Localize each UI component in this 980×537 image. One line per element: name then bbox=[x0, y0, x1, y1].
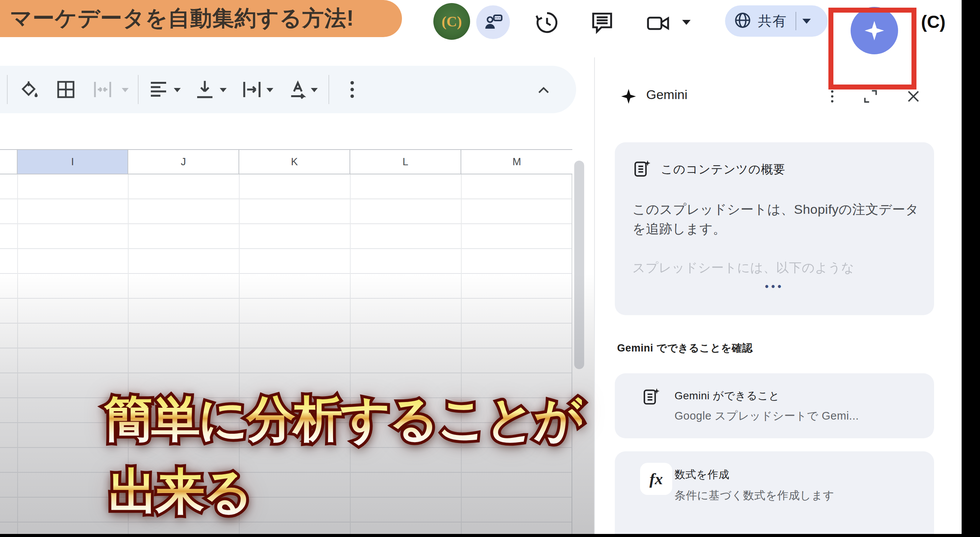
toolbar-divider bbox=[7, 75, 8, 104]
text-wrap-icon[interactable] bbox=[240, 78, 263, 103]
summary-card-title: このコンテンツの概要 bbox=[661, 161, 786, 177]
text-wrap-caret[interactable] bbox=[266, 88, 273, 92]
comments-icon[interactable] bbox=[590, 10, 615, 37]
collapse-toolbar-icon[interactable] bbox=[534, 81, 553, 101]
video-caption-banner: マーケデータを自動集約する方法! bbox=[0, 0, 402, 37]
toolbar-divider bbox=[138, 75, 139, 104]
grid-edge bbox=[572, 149, 572, 537]
panel-title: Gemini bbox=[646, 87, 688, 102]
vertical-align-icon[interactable] bbox=[193, 78, 216, 103]
suggestion-subtitle: Google スプレッドシートで Gemi... bbox=[675, 408, 859, 424]
share-button-label: 共有 bbox=[758, 12, 787, 31]
column-header-row: I J K L M bbox=[0, 149, 572, 174]
channel-watermark: (C) bbox=[914, 11, 952, 32]
meet-camera-icon[interactable] bbox=[645, 11, 672, 37]
suggestion-subtitle: 条件に基づく数式を作成します bbox=[675, 488, 835, 503]
app-window: I J K L M bbox=[0, 0, 980, 537]
formula-fx-icon: fx bbox=[640, 463, 672, 495]
share-button[interactable]: 共有 bbox=[725, 5, 828, 37]
suggestions-section-label: Gemini でできることを確認 bbox=[617, 341, 753, 355]
column-header-J[interactable]: J bbox=[128, 150, 239, 174]
summary-text: このスプレッドシートは、Shopifyの注文データを追跡します。 bbox=[632, 200, 920, 239]
panel-close-icon[interactable] bbox=[905, 88, 922, 106]
vertical-align-caret[interactable] bbox=[220, 88, 227, 92]
collaborator-chat-icon[interactable] bbox=[476, 5, 510, 39]
horizontal-align-caret[interactable] bbox=[174, 88, 181, 92]
overlay-caption-line1: 簡単に分析することが bbox=[104, 392, 582, 446]
panel-divider bbox=[594, 57, 595, 537]
overlay-caption-line2: 出来る bbox=[109, 464, 251, 518]
fill-color-icon[interactable] bbox=[18, 78, 41, 103]
globe-icon bbox=[733, 11, 752, 31]
summary-streaming-text: スプレッドシートには、以下のような bbox=[632, 259, 920, 277]
share-caret[interactable] bbox=[802, 19, 811, 24]
toolbar bbox=[0, 66, 576, 113]
version-history-icon[interactable] bbox=[534, 10, 560, 37]
merge-cells-icon[interactable] bbox=[91, 78, 114, 103]
highlight-rectangle bbox=[828, 8, 916, 90]
screen-edge-bar bbox=[0, 534, 980, 537]
text-rotation-caret[interactable] bbox=[311, 88, 318, 92]
suggestion-card-create-formula[interactable]: fx 数式を作成 条件に基づく数式を作成します bbox=[615, 451, 934, 537]
summary-more-dots[interactable]: ••• bbox=[615, 281, 934, 293]
horizontal-align-icon[interactable] bbox=[147, 78, 170, 103]
summary-card-header: このコンテンツの概要 bbox=[632, 159, 786, 180]
meet-camera-caret[interactable] bbox=[682, 20, 691, 25]
grid-line bbox=[17, 174, 18, 537]
text-rotation-icon[interactable] bbox=[286, 78, 309, 103]
column-header-partial[interactable] bbox=[0, 150, 18, 174]
more-toolbar-icon[interactable] bbox=[341, 78, 364, 103]
toolbar-divider bbox=[328, 75, 329, 104]
summarize-doc-icon bbox=[642, 387, 661, 408]
column-header-M[interactable]: M bbox=[461, 150, 572, 174]
merge-cells-caret[interactable] bbox=[122, 88, 129, 92]
grid-line bbox=[461, 174, 462, 537]
column-header-K[interactable]: K bbox=[239, 150, 350, 174]
panel-expand-icon[interactable] bbox=[862, 88, 879, 106]
account-avatar[interactable]: (C) bbox=[433, 3, 470, 40]
grid-line bbox=[350, 174, 351, 537]
gemini-sparkle-icon bbox=[620, 88, 637, 106]
panel-more-icon[interactable] bbox=[824, 88, 841, 106]
screen-edge-bar bbox=[962, 0, 980, 537]
sheet-grid[interactable] bbox=[0, 174, 572, 537]
suggestion-card-about-gemini[interactable]: Gemini ができること Google スプレッドシートで Gemi... bbox=[615, 373, 934, 438]
vertical-scrollbar[interactable] bbox=[574, 161, 584, 369]
share-divider bbox=[795, 12, 796, 30]
summarize-doc-icon bbox=[632, 159, 652, 180]
column-header-I[interactable]: I bbox=[18, 150, 128, 174]
suggestion-title: 数式を作成 bbox=[675, 467, 729, 482]
summary-card[interactable]: このコンテンツの概要 このスプレッドシートは、Shopifyの注文データを追跡し… bbox=[615, 142, 934, 315]
column-header-L[interactable]: L bbox=[350, 150, 461, 174]
borders-icon[interactable] bbox=[54, 78, 77, 103]
suggestion-title: Gemini ができること bbox=[675, 389, 780, 403]
